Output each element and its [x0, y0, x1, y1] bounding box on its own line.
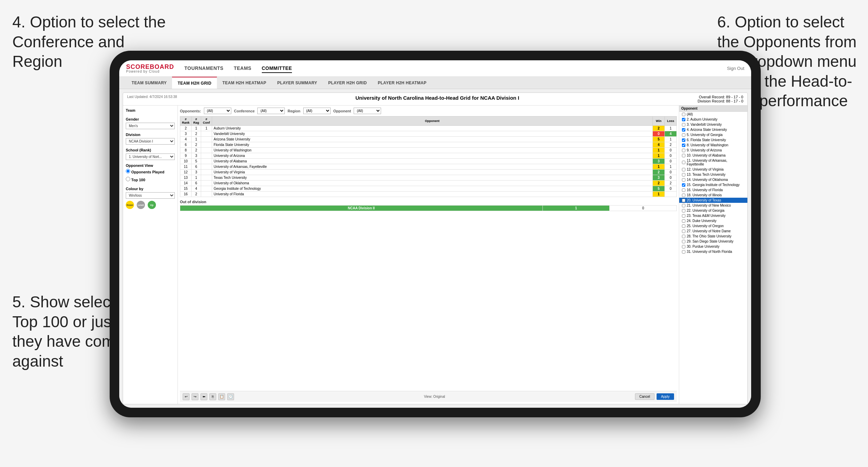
nav-committee[interactable]: COMMITTEE: [262, 64, 292, 73]
cell-rank: 11: [180, 164, 192, 170]
cell-rag: 1: [192, 175, 201, 181]
opponents-filter-select[interactable]: (All): [204, 108, 231, 114]
nav-signout[interactable]: Sign Out: [727, 66, 744, 71]
school-section: School (Rank) 1. University of Nort...: [126, 148, 175, 160]
conference-filter-select[interactable]: (All): [257, 108, 285, 114]
apply-button[interactable]: Apply: [657, 393, 674, 400]
subnav-player-summary[interactable]: PLAYER SUMMARY: [272, 77, 323, 89]
nav-teams[interactable]: TEAMS: [234, 64, 252, 73]
table-row: 16 2 University of Florida 1: [180, 192, 677, 197]
out-of-division: Out of division NCAA Division II 1 0: [180, 200, 677, 211]
cell-rag: 6: [192, 181, 201, 186]
nav-tournaments[interactable]: TOURNAMENTS: [184, 64, 223, 73]
subnav-team-h2h-heatmap[interactable]: TEAM H2H HEATMAP: [217, 77, 272, 89]
cell-rag: 2: [192, 192, 201, 197]
division-select[interactable]: NCAA Division I: [126, 138, 175, 145]
cell-rank: 15: [180, 186, 192, 192]
dropdown-item[interactable]: 15. Georgia Institute of Technology: [679, 182, 747, 187]
action-buttons: Cancel Apply: [635, 393, 674, 400]
toolbar-left: ↩ ↪ ⬅ ⎘ 📋 🕐: [183, 393, 234, 400]
col-conf: #Conf: [201, 116, 212, 126]
nav-items: TOURNAMENTS TEAMS COMMITTEE: [184, 64, 727, 73]
cell-conf: [201, 131, 212, 137]
cell-opponent: Arizona State University: [212, 137, 652, 142]
cell-loss: 2: [665, 142, 677, 148]
dropdown-item[interactable]: 11. University of Arkansas, Fayetteville: [679, 158, 747, 167]
cell-win: 1: [653, 192, 665, 197]
paste-icon[interactable]: 📋: [218, 393, 225, 400]
cell-opponent: Vanderbilt University: [212, 131, 652, 137]
cell-loss: 0: [665, 148, 677, 153]
copy-icon[interactable]: ⎘: [209, 393, 216, 400]
table-row: 3 2 Vanderbilt University 0 4: [180, 131, 677, 137]
region-filter-select[interactable]: (All): [303, 108, 331, 114]
dropdown-item[interactable]: 23. Texas A&M University: [679, 213, 747, 218]
opponents-played-radio[interactable]: Opponents Played: [126, 169, 175, 174]
gender-select[interactable]: Men's: [126, 123, 175, 129]
table-row: 13 1 Texas Tech University 3 0: [180, 175, 677, 181]
cell-rank: 13: [180, 175, 192, 181]
dropdown-item[interactable]: 8. University of Washington: [679, 143, 747, 148]
subnav-player-h2h-grid[interactable]: PLAYER H2H GRID: [323, 77, 372, 89]
overall-record: Overall Record: 89 - 17 - 0: [698, 95, 743, 99]
dropdown-item[interactable]: 29. San Diego State University: [679, 239, 747, 244]
grid-table-wrap: #Rank #Rag #Conf Opponent Win Loss: [180, 116, 677, 391]
dropdown-item[interactable]: 10. University of Alabama: [679, 153, 747, 158]
cell-rank: 12: [180, 170, 192, 175]
dropdown-item[interactable]: 4. Arizona State University: [679, 127, 747, 132]
cell-rank: 6: [180, 142, 192, 148]
subnav-team-h2h-grid[interactable]: TEAM H2H GRID: [172, 77, 217, 89]
cell-rag: 2: [192, 142, 201, 148]
cancel-button[interactable]: Cancel: [635, 393, 655, 400]
dropdown-item[interactable]: 16. University of Florida: [679, 187, 747, 193]
colour-by-select[interactable]: Win/loss: [126, 192, 175, 199]
cell-opponent: Texas Tech University: [212, 175, 652, 181]
h2h-grid-table: #Rank #Rag #Conf Opponent Win Loss: [180, 116, 677, 197]
dropdown-item[interactable]: (All): [679, 112, 747, 117]
cell-loss: 2: [665, 181, 677, 186]
school-select[interactable]: 1. University of Nort...: [126, 153, 175, 160]
cell-conf: [201, 175, 212, 181]
dropdown-item[interactable]: 2. Auburn University: [679, 117, 747, 122]
cell-rag: 4: [192, 186, 201, 192]
dropdown-item[interactable]: 9. University of Arizona: [679, 148, 747, 153]
dropdown-item[interactable]: 31. University of North Florida: [679, 249, 747, 254]
opponent-filter-select[interactable]: (All): [354, 108, 381, 114]
dropdown-item[interactable]: 18. University of Illinois: [679, 193, 747, 198]
redo-icon[interactable]: ↪: [192, 393, 198, 400]
dropdown-item[interactable]: 14. University of Oklahoma: [679, 177, 747, 182]
cell-rag: 2: [192, 131, 201, 137]
dropdown-item[interactable]: 28. The Ohio State University: [679, 234, 747, 239]
table-row: 6 2 Florida State University 4 2: [180, 142, 677, 148]
back-icon[interactable]: ⬅: [200, 393, 207, 400]
dropdown-item[interactable]: 12. University of Virginia: [679, 167, 747, 172]
dropdown-item[interactable]: 21. University of New Mexico: [679, 203, 747, 208]
dropdown-item[interactable]: 30. Purdue University: [679, 244, 747, 249]
top100-radio[interactable]: Top 100: [126, 177, 175, 182]
undo-icon[interactable]: ↩: [183, 393, 190, 400]
dropdown-item[interactable]: 20. University of Texas: [679, 198, 747, 203]
subnav-player-h2h-heatmap[interactable]: PLAYER H2H HEATMAP: [372, 77, 432, 89]
dropdown-item[interactable]: 27. University of Notre Dame: [679, 229, 747, 234]
cell-conf: [201, 137, 212, 142]
colour-swatches: Down Level Up: [126, 201, 175, 209]
cell-rag: 6: [192, 164, 201, 170]
dropdown-item[interactable]: 25. University of Oregon: [679, 223, 747, 229]
table-row: 8 2 University of Washington 1 0: [180, 148, 677, 153]
dropdown-item[interactable]: 13. Texas Tech University: [679, 172, 747, 177]
subnav-team-summary[interactable]: TEAM SUMMARY: [126, 77, 172, 89]
opponent-dropdown-panel: Opponent (All)2. Auburn University3. Van…: [679, 106, 747, 404]
cell-opponent: Florida State University: [212, 142, 652, 148]
table-row: 11 6 University of Arkansas, Fayettevill…: [180, 164, 677, 170]
dropdown-item[interactable]: 6. Florida State University: [679, 137, 747, 143]
tablet-frame: SCOREBOARD Powered by Cloud TOURNAMENTS …: [110, 51, 761, 417]
cell-opponent: University of Oklahoma: [212, 181, 652, 186]
dashboard-body: Team Gender Men's Division NCAA Division…: [123, 106, 747, 404]
dropdown-item[interactable]: 24. Duke University: [679, 218, 747, 223]
dropdown-list: (All)2. Auburn University3. Vanderbilt U…: [679, 112, 747, 254]
dropdown-item[interactable]: 3. Vanderbilt University: [679, 122, 747, 127]
clock-icon[interactable]: 🕐: [227, 393, 234, 400]
out-division-loss: 0: [610, 206, 677, 211]
dropdown-item[interactable]: 5. University of Georgia: [679, 132, 747, 137]
dropdown-item[interactable]: 22. University of Georgia: [679, 208, 747, 213]
